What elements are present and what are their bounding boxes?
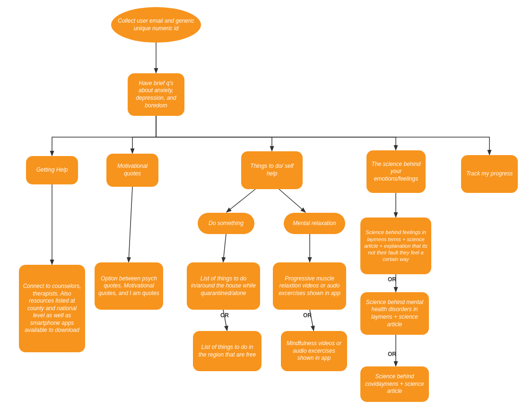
- motivational-node: Motivational quotes: [106, 154, 158, 187]
- science-feelings-node: Science behind feelings in laymens terms…: [360, 218, 431, 274]
- svg-line-2: [129, 187, 132, 261]
- mindfulness-node: Mindfulness videos or audio excercises s…: [281, 331, 347, 371]
- or-label-2: OR: [303, 312, 312, 319]
- progressive-node: Progressive muscle relaxtion videos or a…: [273, 262, 346, 310]
- mental-relax-node: Mental relaxation: [284, 213, 345, 234]
- collect-node: Collect user email and generic unique nu…: [111, 7, 201, 43]
- svg-line-5: [223, 234, 226, 261]
- science-disorders-node: Science behind mental health disorders i…: [360, 292, 429, 335]
- getting-help-node: Getting Help: [26, 156, 78, 184]
- connect-node: Connect to counselors, therapists. Also …: [19, 265, 85, 352]
- option-quotes-node: Option between psych quotes, Motivationa…: [95, 262, 163, 310]
- list-house-node: List of things to do in/around the house…: [187, 262, 260, 310]
- or-label-1: OR: [220, 312, 229, 319]
- or-label-3: OR: [388, 276, 396, 283]
- science-node: The science behind your emotions/feeling…: [366, 150, 426, 193]
- brief-q-node: Have brief q's about anxiety, depression…: [128, 73, 184, 116]
- svg-line-3: [227, 189, 255, 212]
- or-label-4: OR: [388, 351, 396, 357]
- do-something-node: Do something: [198, 213, 254, 234]
- list-region-node: List of things to do in the region that …: [193, 331, 262, 371]
- flowchart-diagram: Collect user email and generic unique nu…: [0, 0, 532, 409]
- svg-line-4: [279, 189, 305, 212]
- things-todo-node: Things to do/ self help: [241, 151, 303, 189]
- track-node: Track my progress: [461, 155, 518, 193]
- science-covid-node: Science behind covidaymens + science art…: [360, 366, 429, 402]
